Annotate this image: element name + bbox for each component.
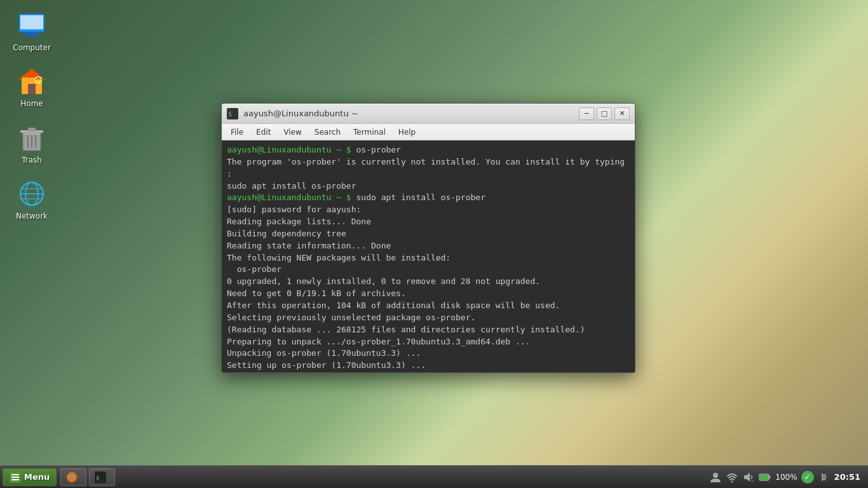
desktop: Computer Home [0, 0, 868, 488]
terminal-title-text: aayush@Linuxandubuntu ~ [243, 109, 579, 118]
svg-rect-24 [11, 474, 19, 475]
network-icon-label: Network [16, 212, 48, 220]
terminal-output[interactable]: aayush@Linuxandubuntu ~ $ os-prober The … [222, 140, 635, 372]
svg-rect-6 [28, 84, 36, 94]
tray-user-icon[interactable] [709, 471, 722, 484]
menu-file[interactable]: File [224, 126, 250, 138]
taskbar-terminal[interactable]: $_ [89, 468, 115, 486]
tray-volume-icon[interactable]: ✕ [742, 471, 755, 484]
svg-rect-1 [20, 15, 43, 29]
svg-rect-3 [23, 34, 41, 36]
network-icon [17, 179, 47, 209]
svg-rect-26 [11, 479, 19, 480]
svg-point-8 [36, 78, 41, 83]
desktop-icon-trash[interactable]: Trash [6, 119, 57, 168]
menu-help[interactable]: Help [392, 126, 422, 138]
desktop-icon-home[interactable]: Home [6, 62, 57, 112]
svg-text:✕: ✕ [750, 479, 754, 484]
taskbar-firefox[interactable] [60, 468, 86, 486]
tray-wifi-icon[interactable] [726, 471, 738, 484]
desktop-icon-network[interactable]: Network [6, 175, 57, 224]
tray-clock: 20:51 [834, 472, 860, 482]
computer-icon-label: Computer [13, 43, 51, 52]
menu-view[interactable]: View [277, 126, 308, 138]
home-icon-label: Home [20, 99, 43, 108]
maximize-button[interactable]: □ [597, 107, 612, 120]
trash-icon-label: Trash [22, 156, 42, 165]
tray-battery-percent: 100% [775, 473, 797, 482]
start-menu-button[interactable]: Menu [3, 468, 57, 486]
svg-rect-36 [760, 474, 768, 479]
taskbar: Menu $_ [0, 465, 868, 488]
system-tray: ✕ 100% ✓ 20:51 [704, 471, 865, 484]
home-icon [17, 66, 47, 97]
svg-marker-33 [744, 473, 750, 482]
svg-rect-25 [11, 477, 19, 478]
terminal-title-bar: $ aayush@Linuxandubuntu ~ ─ □ ✕ [222, 104, 635, 124]
desktop-icons: Computer Home [0, 0, 64, 231]
terminal-window: $ aayush@Linuxandubuntu ~ ─ □ ✕ File Edi… [221, 103, 635, 373]
svg-rect-37 [769, 475, 771, 478]
close-button[interactable]: ✕ [614, 107, 630, 120]
terminal-window-controls: ─ □ ✕ [579, 107, 630, 120]
terminal-taskbar-icon: $_ [95, 471, 106, 483]
desktop-icon-computer[interactable]: Computer [6, 6, 57, 56]
minimize-button[interactable]: ─ [579, 107, 594, 120]
firefox-taskbar-icon [66, 471, 78, 483]
menu-start-icon [10, 471, 21, 483]
svg-point-32 [731, 480, 733, 482]
tray-bluetooth-icon[interactable] [818, 471, 831, 484]
terminal-title-icon: $ [227, 108, 238, 119]
menu-search[interactable]: Search [308, 126, 347, 138]
menu-edit[interactable]: Edit [250, 126, 277, 138]
svg-text:$: $ [228, 111, 232, 118]
tray-check-icon[interactable]: ✓ [801, 471, 814, 484]
svg-text:$_: $_ [96, 475, 103, 481]
menu-terminal[interactable]: Terminal [347, 126, 392, 138]
svg-point-31 [713, 473, 718, 478]
svg-rect-2 [27, 32, 37, 34]
start-menu-label: Menu [24, 472, 50, 482]
svg-rect-12 [28, 128, 36, 131]
terminal-menu-bar: File Edit View Search Terminal Help [222, 124, 635, 140]
trash-icon [17, 123, 47, 153]
computer-icon [17, 10, 47, 41]
tray-battery-icon[interactable] [759, 471, 771, 484]
